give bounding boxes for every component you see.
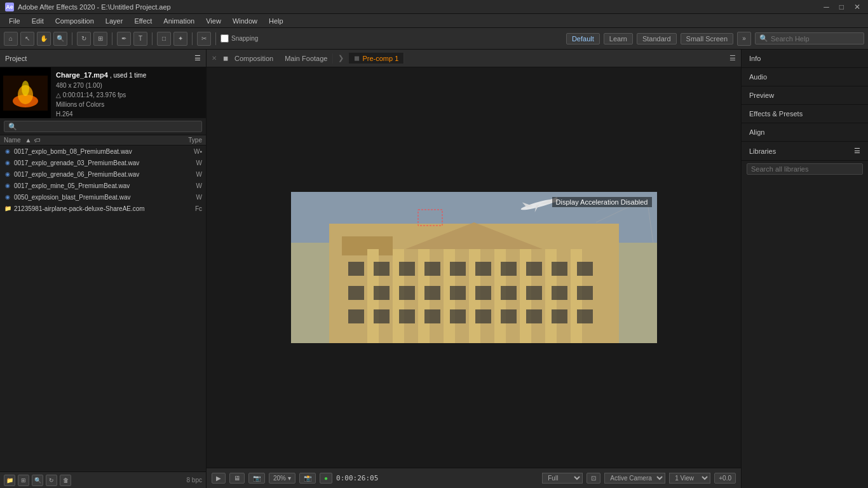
panel-effects-presets[interactable]: Effects & Presets (742, 105, 868, 123)
workspace-default[interactable]: Default (566, 33, 600, 44)
panel-info[interactable]: Info (742, 50, 868, 68)
svg-rect-22 (450, 262, 466, 276)
project-panel-header: Project ☰ (0, 50, 206, 67)
toolbar-separator-1 (72, 32, 72, 45)
viewer-toolbar: ▶ 🖥 📷 20% ▾ 📸 ● 0:00:26:05 Full Half Qua… (207, 468, 741, 488)
maximize-button[interactable]: □ (837, 3, 846, 11)
panel-libraries[interactable]: Libraries ☰ (742, 142, 868, 161)
cycle-footage-btn[interactable]: ↻ (46, 475, 57, 486)
svg-rect-31 (424, 286, 440, 300)
close-button[interactable]: ✕ (851, 3, 863, 11)
search-input[interactable] (771, 35, 860, 43)
shape-tool[interactable]: □ (157, 32, 171, 46)
right-panel: Info Audio Preview Effects & Presets Ali… (741, 50, 868, 488)
select-tool[interactable]: ↖ (20, 32, 34, 46)
project-search-input[interactable] (4, 121, 202, 132)
svg-rect-38 (348, 309, 364, 323)
tab-precomp1[interactable]: ◼ Pre-comp 1 (349, 53, 404, 64)
panel-preview[interactable]: Preview (742, 86, 868, 105)
sort-icon[interactable]: ▲ (25, 137, 31, 144)
pen-tool[interactable]: ✒ (117, 32, 131, 46)
new-comp-btn[interactable]: ⊞ (18, 475, 29, 486)
viewer-always-preview[interactable]: ▶ (212, 473, 226, 484)
paint-tool[interactable]: ✦ (173, 32, 187, 46)
menu-effect[interactable]: Effect (129, 16, 157, 26)
svg-rect-28 (348, 286, 364, 300)
project-item[interactable]: 📁 21235981-airplane-pack-deluxe-ShareAE.… (0, 203, 206, 214)
find-btn[interactable]: 🔍 (32, 475, 43, 486)
libraries-search-input[interactable] (747, 163, 863, 175)
project-list: ◉ 0017_explo_bomb_08_PremiumBeat.wav W▪ … (0, 146, 206, 471)
workspace-small-screen[interactable]: Small Screen (681, 33, 733, 44)
preview-filename: Charge_17.mp4 , used 1 time (56, 70, 146, 81)
hand-tool[interactable]: ✋ (37, 32, 51, 46)
preview-image (3, 76, 48, 111)
quality-select[interactable]: Full Half Quarter (542, 473, 583, 484)
region-of-interest[interactable]: ⊡ (587, 473, 600, 484)
preview-thumb-inner (3, 76, 48, 111)
panel-align[interactable]: Align (742, 123, 868, 142)
panel-audio[interactable]: Audio (742, 68, 868, 86)
delete-btn[interactable]: 🗑 (60, 475, 71, 486)
composition-header: ✕ ◼ Composition Main Footage ❯ ◼ Pre-com… (207, 50, 741, 67)
project-item[interactable]: ◉ 0050_explosion_blast_PremiumBeat.wav W (0, 191, 206, 203)
item-name: 0017_explo_mine_05_PremiumBeat.wav (14, 182, 174, 189)
home-tool[interactable]: ⌂ (4, 32, 18, 46)
menu-file[interactable]: File (4, 16, 25, 26)
bpc-info: 8 bpc (187, 477, 202, 484)
item-icon: ◉ (4, 182, 11, 189)
menu-layer[interactable]: Layer (100, 16, 128, 26)
rotate-tool[interactable]: ↻ (77, 32, 91, 46)
item-name: 0017_explo_grenade_03_PremiumBeat.wav (14, 159, 174, 166)
tab-main-footage-label: Main Footage (285, 55, 327, 62)
transform-tool[interactable]: ⊞ (93, 32, 107, 46)
libraries-menu[interactable]: ☰ (854, 147, 860, 155)
viewer-screen-select[interactable]: 🖥 (229, 473, 245, 484)
project-item[interactable]: ◉ 0017_explo_bomb_08_PremiumBeat.wav W▪ (0, 146, 206, 157)
camera-select[interactable]: Active Camera (604, 473, 665, 484)
menu-edit[interactable]: Edit (27, 16, 49, 26)
tab-arrow: ❯ (338, 54, 344, 62)
viewer-camera-select[interactable]: 📷 (248, 473, 265, 484)
app-icon: Ae (5, 3, 14, 11)
snapshot-btn[interactable]: 📸 (299, 473, 316, 484)
toolbar-separator-5 (215, 32, 216, 45)
titlebar: Ae Adobe After Effects 2020 - E:\Untitle… (0, 0, 868, 14)
snapping-checkbox[interactable] (220, 34, 229, 43)
puppet-tool[interactable]: ✂ (197, 32, 211, 46)
zoom-select[interactable]: 20% ▾ (269, 473, 295, 484)
color-btn[interactable]: ● (320, 473, 332, 484)
comp-header-close[interactable]: ✕ (212, 55, 217, 62)
snapping-label: Snapping (220, 34, 258, 43)
preview-used: , used 1 time (110, 72, 146, 79)
menu-composition[interactable]: Composition (50, 16, 99, 26)
project-item[interactable]: ◉ 0017_explo_mine_05_PremiumBeat.wav W (0, 180, 206, 191)
workspace-standard[interactable]: Standard (637, 33, 677, 44)
project-item[interactable]: ◉ 0017_explo_grenade_06_PremiumBeat.wav … (0, 168, 206, 180)
toolbar-separator-3 (152, 32, 153, 45)
view-select[interactable]: 1 View 2 Views 4 Views (669, 473, 710, 484)
minimize-button[interactable]: ─ (821, 3, 832, 11)
viewer-more[interactable]: +0.0 (714, 473, 736, 484)
item-name: 0017_explo_grenade_06_PremiumBeat.wav (14, 171, 174, 178)
workspace-learn[interactable]: Learn (604, 33, 633, 44)
menu-help[interactable]: Help (264, 16, 288, 26)
tab-main-footage[interactable]: Main Footage (280, 53, 333, 64)
project-menu-icon[interactable]: ☰ (194, 54, 201, 62)
menu-animation[interactable]: Animation (158, 16, 200, 26)
search-icon: 🔍 (759, 34, 768, 43)
svg-rect-29 (374, 286, 390, 300)
text-tool[interactable]: T (133, 32, 147, 46)
new-folder-btn[interactable]: 📁 (4, 475, 15, 486)
tag-icon: 🏷 (34, 137, 41, 144)
viewer-timecode: 0:00:26:05 (336, 474, 378, 482)
precomp-icon: ◼ (354, 54, 360, 62)
item-icon: ◉ (4, 193, 11, 201)
zoom-tool[interactable]: 🔍 (53, 32, 67, 46)
menu-view[interactable]: View (201, 16, 226, 26)
comp-panel-menu[interactable]: ☰ (729, 54, 736, 62)
project-item[interactable]: ◉ 0017_explo_grenade_03_PremiumBeat.wav … (0, 157, 206, 168)
menu-window[interactable]: Window (227, 16, 262, 26)
item-icon: ◉ (4, 147, 11, 155)
more-workspaces[interactable]: » (737, 32, 751, 46)
